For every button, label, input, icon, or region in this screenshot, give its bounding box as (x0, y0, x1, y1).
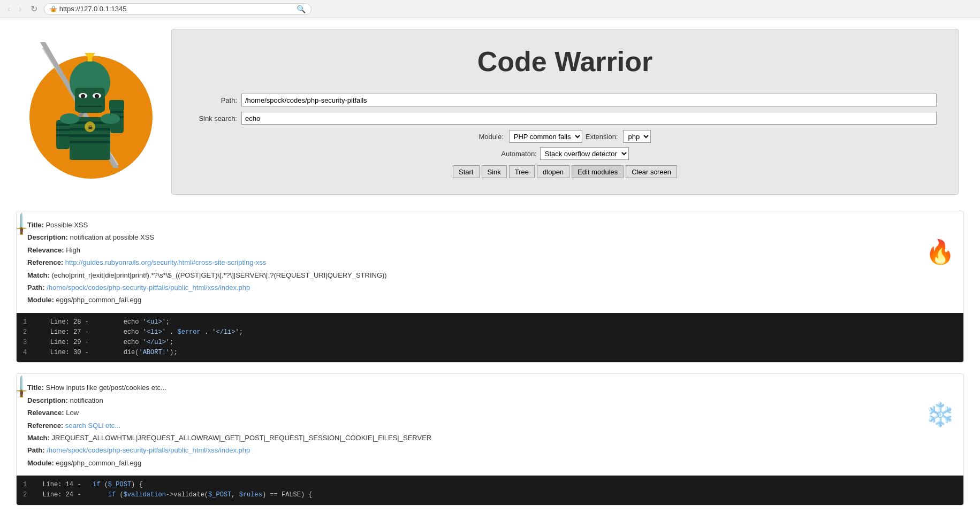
automaton-select[interactable]: Stack overflow detector (540, 147, 629, 160)
app-title: Code Warrior (193, 45, 937, 78)
relevance-label-1: Relevance: (27, 246, 66, 254)
match-value-1: (echo|print_r|exit|die|print|printf).*?\… (52, 271, 387, 279)
browser-search-icon: 🔍 (297, 5, 306, 13)
snowflake-icon: ❄️ (925, 401, 955, 428)
code-line: 3 Line: 29 - echo '</ul>'; (23, 338, 957, 348)
code-block-1: 1 Line: 28 - echo '<ul>'; 2 Line: 27 - e… (17, 313, 963, 363)
url-text: https://127.0.0.1:1345 (59, 5, 127, 13)
reference-link-2[interactable]: search SQLi etc... (65, 422, 120, 430)
result-info-1: Title: Possible XSS Description: notific… (17, 211, 963, 313)
code-line: 4 Line: 30 - die('ABORT!'); (23, 348, 957, 358)
path-label-result-2: Path: (27, 446, 47, 454)
samurai-logo: ☠ (27, 37, 155, 187)
code-line: 1 Line: 28 - echo '<ul>'; (23, 317, 957, 327)
relevance-value-2: Low (66, 409, 79, 417)
svg-point-11 (95, 94, 99, 98)
result-title-row-2: Title: SHow inputs like get/post/cookies… (27, 381, 953, 394)
code-line: 1 Line: 14 - if ($_POST) { (23, 480, 957, 490)
code-line: 2 Line: 24 - if ($validation->validate($… (23, 490, 957, 500)
result-info-2: Title: SHow inputs like get/post/cookies… (17, 374, 963, 476)
svg-rect-26 (109, 100, 124, 111)
result-desc-row: Description: notification at possible XS… (27, 231, 953, 243)
edit-modules-button[interactable]: Edit modules (572, 165, 624, 178)
result-relevance-row: Relevance: High (27, 244, 953, 256)
match-value-2: JREQUEST_ALLOWHTML|JREQUEST_ALLOWRAW|_GE… (52, 434, 432, 442)
title-value-1: Possible XSS (45, 221, 88, 229)
result-reference-row: Reference: http://guides.rubyonrails.org… (27, 256, 953, 269)
automaton-row: Automaton: Stack overflow detector (193, 147, 937, 160)
match-label-2: Match: (27, 434, 52, 442)
sink-search-row: Sink search: (193, 112, 937, 125)
start-button[interactable]: Start (453, 165, 479, 178)
relevance-label-2: Relevance: (27, 409, 66, 417)
relevance-value-1: High (66, 246, 80, 254)
address-bar[interactable]: 🔒 https://127.0.0.1:1345 🔍 (44, 3, 312, 15)
back-button[interactable]: ‹ (5, 3, 12, 15)
svg-rect-12 (78, 101, 102, 113)
result-path-row: Path: /home/spock/codes/php-security-pit… (27, 281, 953, 294)
module-label-result-2: Module: (27, 459, 56, 467)
clear-screen-button[interactable]: Clear screen (626, 165, 677, 178)
reference-label-1: Reference: (27, 258, 65, 266)
flame-icon: 🔥 (925, 238, 955, 266)
header-section: ☠ Code Warrior Path: Sink search: Module… (0, 18, 980, 205)
reference-label-2: Reference: (27, 422, 65, 430)
svg-rect-6 (88, 53, 92, 62)
desc-label-2: Description: (27, 396, 70, 404)
tree-button[interactable]: Tree (509, 165, 535, 178)
page-content: ☠ Code Warrior Path: Sink search: Module… (0, 18, 980, 505)
svg-point-30 (101, 113, 120, 124)
result-title-row: Title: Possible XSS (27, 219, 953, 231)
automaton-label: Automaton: (501, 150, 537, 158)
sink-button[interactable]: Sink (482, 165, 507, 178)
path-label-result-1: Path: (27, 284, 47, 292)
module-value-1: eggs/php_common_fail.egg (56, 296, 141, 304)
module-select[interactable]: PHP common fails (509, 130, 582, 143)
svg-rect-18 (70, 141, 110, 143)
path-input[interactable] (241, 94, 937, 106)
extension-label: Extension: (586, 133, 618, 141)
module-value-2: eggs/php_common_fail.egg (56, 459, 141, 467)
result-path-row-2: Path: /home/spock/codes/php-security-pit… (27, 444, 953, 456)
buttons-row: Start Sink Tree dlopen Edit modules Clea… (193, 165, 937, 178)
result-match-row: Match: (echo|print_r|exit|die|print|prin… (27, 269, 953, 281)
path-row: Path: (193, 94, 937, 106)
svg-text:☠: ☠ (88, 125, 93, 131)
svg-rect-22 (56, 134, 70, 136)
path-link-1[interactable]: /home/spock/codes/php-security-pitfalls/… (47, 284, 250, 292)
result-reference-row-2: Reference: search SQLi etc... (27, 419, 953, 432)
result-relevance-row-2: Relevance: Low (27, 407, 953, 419)
desc-value-1: notification at possible XSS (70, 233, 154, 241)
results-section: 🗡️ 🔥 Title: Possible XSS Description: no… (16, 211, 964, 505)
svg-rect-21 (56, 129, 70, 131)
svg-rect-17 (70, 134, 110, 137)
path-link-2[interactable]: /home/spock/codes/php-security-pitfalls/… (47, 446, 250, 454)
desc-label-1: Description: (27, 233, 70, 241)
result-module-row: Module: eggs/php_common_fail.egg (27, 294, 953, 306)
refresh-button[interactable]: ↻ (28, 3, 40, 15)
title-value-2: SHow inputs like get/post/cookies etc... (45, 384, 166, 392)
sink-search-input[interactable] (241, 112, 937, 125)
desc-value-2: notification (70, 396, 103, 404)
forward-button[interactable]: › (17, 3, 24, 15)
result-desc-row-2: Description: notification (27, 394, 953, 407)
svg-point-29 (60, 113, 79, 124)
path-label: Path: (193, 96, 241, 104)
result-card: 🗡️ 🔥 Title: Possible XSS Description: no… (16, 211, 964, 363)
sink-search-label: Sink search: (193, 114, 241, 122)
module-row: Module: PHP common fails Extension: php (193, 130, 937, 143)
module-label: Module: (479, 133, 504, 141)
result-match-row-2: Match: JREQUEST_ALLOWHTML|JREQUEST_ALLOW… (27, 432, 953, 444)
reference-link-1[interactable]: http://guides.rubyonrails.org/security.h… (65, 258, 266, 266)
code-line: 2 Line: 27 - echo '<li>' . $error . '</l… (23, 327, 957, 338)
module-label-result-1: Module: (27, 296, 56, 304)
svg-rect-24 (110, 111, 124, 113)
logo-container: ☠ (21, 34, 161, 189)
controls-section: Code Warrior Path: Sink search: Module: … (171, 29, 959, 195)
result-card-2: 🗡️ ❄️ Title: SHow inputs like get/post/c… (16, 373, 964, 505)
lock-icon: 🔒 (50, 5, 57, 12)
svg-point-10 (81, 94, 85, 98)
extension-select[interactable]: php (623, 130, 651, 143)
dlopen-button[interactable]: dlopen (537, 165, 569, 178)
code-block-2: 1 Line: 14 - if ($_POST) { 2 Line: 24 - … (17, 476, 963, 504)
